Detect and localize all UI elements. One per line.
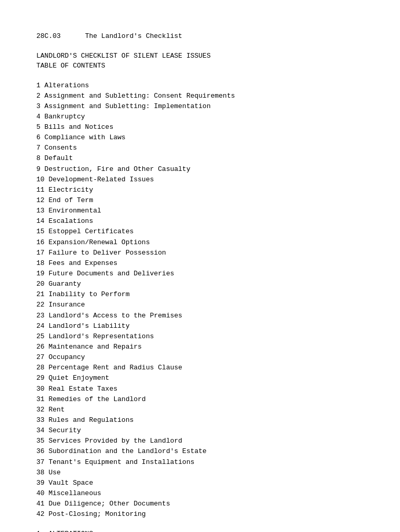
toc-item: 16 Expansion/Renewal Options bbox=[36, 237, 364, 248]
toc-item: 38 Use bbox=[36, 468, 364, 478]
toc-item: 32 Rent bbox=[36, 405, 364, 415]
toc-item: 1 Alterations bbox=[36, 81, 364, 91]
title-line2: TABLE OF CONTENTS bbox=[36, 61, 364, 71]
toc-item: 25 Landlord's Representations bbox=[36, 331, 364, 342]
toc-item: 10 Development-Related Issues bbox=[36, 175, 364, 185]
toc-item: 13 Environmental bbox=[36, 206, 364, 216]
toc-block: 1 Alterations2 Assignment and Subletting… bbox=[36, 81, 364, 520]
toc-item: 36 Subordination and the Landlord's Esta… bbox=[36, 446, 364, 457]
title-block: LANDLORD'S CHECKLIST OF SILENT LEASE ISS… bbox=[36, 51, 364, 71]
toc-item: 5 Bills and Notices bbox=[36, 122, 364, 132]
toc-item: 22 Insurance bbox=[36, 300, 364, 310]
toc-item: 39 Vault Space bbox=[36, 478, 364, 488]
toc-item: 18 Fees and Expenses bbox=[36, 258, 364, 269]
header-line: 28C.03 The Landlord's Checklist bbox=[36, 31, 364, 42]
toc-item: 34 Security bbox=[36, 425, 364, 436]
toc-item: 31 Remedies of the Landlord bbox=[36, 394, 364, 405]
toc-item: 2 Assignment and Subletting: Consent Req… bbox=[36, 91, 364, 101]
toc-item: 33 Rules and Regulations bbox=[36, 415, 364, 425]
title-line1: LANDLORD'S CHECKLIST OF SILENT LEASE ISS… bbox=[36, 51, 364, 61]
toc-item: 6 Compliance with Laws bbox=[36, 132, 364, 143]
toc-item: 35 Services Provided by the Landlord bbox=[36, 436, 364, 446]
toc-item: 3 Assignment and Subletting: Implementat… bbox=[36, 101, 364, 112]
toc-item: 27 Occupancy bbox=[36, 352, 364, 363]
toc-item: 20 Guaranty bbox=[36, 279, 364, 289]
toc-item: 19 Future Documents and Deliveries bbox=[36, 269, 364, 279]
toc-item: 42 Post-Closing; Monitoring bbox=[36, 509, 364, 520]
toc-item: 14 Escalations bbox=[36, 216, 364, 227]
toc-item: 37 Tenant's Equipment and Installations bbox=[36, 457, 364, 468]
toc-item: 40 Miscellaneous bbox=[36, 488, 364, 499]
toc-item: 11 Electricity bbox=[36, 185, 364, 195]
toc-item: 30 Real Estate Taxes bbox=[36, 384, 364, 394]
toc-item: 12 End of Term bbox=[36, 195, 364, 206]
toc-item: 41 Due Diligence; Other Documents bbox=[36, 499, 364, 509]
toc-item: 26 Maintenance and Repairs bbox=[36, 342, 364, 352]
toc-item: 24 Landlord's Liability bbox=[36, 321, 364, 331]
section1-heading: 1. ALTERATIONS bbox=[36, 529, 364, 532]
toc-item: 21 Inability to Perform bbox=[36, 289, 364, 300]
toc-item: 23 Landlord's Access to the Premises bbox=[36, 311, 364, 321]
doc-code: 28C.03 bbox=[36, 32, 61, 40]
doc-title: The Landlord's Checklist bbox=[85, 32, 182, 40]
toc-item: 7 Consents bbox=[36, 143, 364, 153]
toc-item: 4 Bankruptcy bbox=[36, 112, 364, 122]
toc-item: 9 Destruction, Fire and Other Casualty bbox=[36, 164, 364, 175]
toc-item: 29 Quiet Enjoyment bbox=[36, 373, 364, 383]
toc-item: 17 Failure to Deliver Possession bbox=[36, 248, 364, 258]
toc-item: 15 Estoppel Certificates bbox=[36, 227, 364, 237]
toc-item: 28 Percentage Rent and Radius Clause bbox=[36, 363, 364, 373]
toc-item: 8 Default bbox=[36, 153, 364, 164]
